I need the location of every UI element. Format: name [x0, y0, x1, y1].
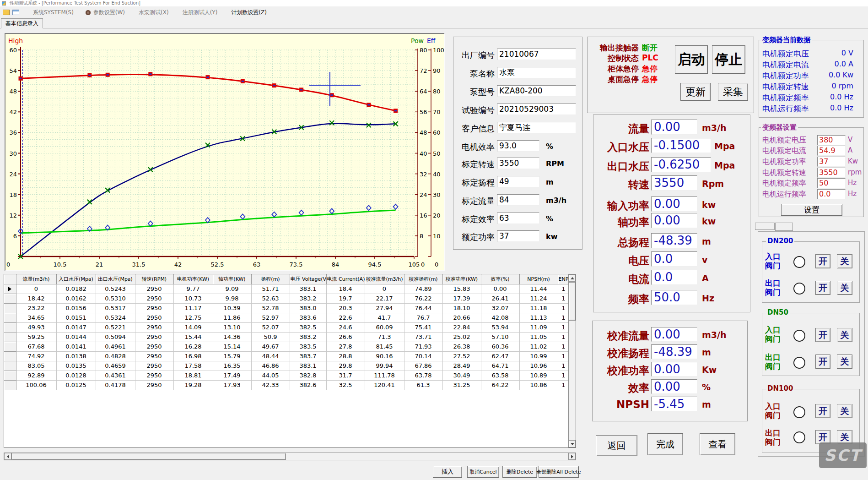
- table-cell[interactable]: 34.65: [16, 313, 56, 322]
- table-cell[interactable]: 76.22: [404, 294, 442, 303]
- scroll-right-button[interactable]: [568, 453, 576, 460]
- field-input-4[interactable]: 20210529003: [497, 104, 576, 115]
- table-cell[interactable]: 28.49: [442, 361, 481, 371]
- menu-item-2[interactable]: 参数设置(W): [93, 9, 125, 16]
- update-button[interactable]: 更新: [680, 83, 711, 101]
- table-cell[interactable]: 383.1: [290, 361, 326, 371]
- vfd-set-button[interactable]: 设置: [781, 204, 842, 216]
- row-selector[interactable]: [4, 342, 16, 351]
- vertical-scrollbar[interactable]: [568, 274, 576, 447]
- delete-button[interactable]: 删除Delete: [502, 466, 537, 478]
- table-cell[interactable]: 383.2: [290, 294, 326, 303]
- table-cell[interactable]: 0.0138: [56, 351, 96, 361]
- row-selector[interactable]: [4, 332, 16, 342]
- performance-chart[interactable]: 6054484236302418126010.52131.54252.56373…: [5, 33, 445, 271]
- table-cell[interactable]: 2950: [135, 284, 173, 294]
- table-cell[interactable]: 120.41: [365, 380, 404, 390]
- table-cell[interactable]: 90.16: [365, 351, 404, 361]
- calib-value-5[interactable]: -5.45: [651, 397, 697, 411]
- table-cell[interactable]: 57.10: [481, 332, 519, 342]
- row-selector[interactable]: [4, 371, 16, 380]
- row-selector[interactable]: [4, 322, 16, 332]
- calib-value-1[interactable]: 0.00: [651, 327, 697, 342]
- table-cell[interactable]: 22.17: [365, 294, 404, 303]
- table-cell[interactable]: 1: [558, 313, 569, 322]
- valve-close-button[interactable]: 关: [837, 404, 852, 418]
- table-cell[interactable]: 0: [365, 284, 404, 294]
- insert-button[interactable]: 插入: [433, 466, 462, 478]
- table-cell[interactable]: 67.68: [16, 342, 56, 351]
- live-value-9[interactable]: 0.0: [651, 270, 697, 285]
- table-cell[interactable]: 52.07: [251, 322, 290, 332]
- table-cell[interactable]: 16.28: [173, 342, 213, 351]
- table-cell[interactable]: 11.44: [519, 284, 558, 294]
- table-cell[interactable]: 44.05: [251, 371, 290, 380]
- table-cell[interactable]: 22.84: [442, 322, 481, 332]
- vfd-set-input-2[interactable]: 54.9: [817, 146, 846, 156]
- table-cell[interactable]: 0.0135: [56, 361, 96, 371]
- field-input-9[interactable]: 84: [497, 194, 539, 206]
- table-cell[interactable]: 81.45: [365, 342, 404, 351]
- table-cell[interactable]: 15.83: [442, 284, 481, 294]
- table-cell[interactable]: 27.94: [365, 303, 404, 313]
- cancel-button[interactable]: 取消Cancel: [467, 466, 499, 478]
- table-cell[interactable]: 41.7: [365, 313, 404, 322]
- table-cell[interactable]: 11.24: [519, 294, 558, 303]
- table-cell[interactable]: 15.44: [173, 332, 213, 342]
- table-cell[interactable]: 92.89: [16, 371, 56, 380]
- table-cell[interactable]: 382.6: [290, 380, 326, 390]
- table-cell[interactable]: 46.86: [251, 361, 290, 371]
- live-value-10[interactable]: 50.0: [651, 290, 697, 305]
- table-cell[interactable]: 2950: [135, 380, 173, 390]
- table-cell[interactable]: 11.13: [519, 313, 558, 322]
- table-cell[interactable]: 0.5317: [96, 303, 135, 313]
- table-cell[interactable]: 2950: [135, 313, 173, 322]
- field-input-5[interactable]: 宁夏马连: [497, 122, 576, 133]
- table-cell[interactable]: 52.63: [251, 294, 290, 303]
- table-cell[interactable]: 2950: [135, 294, 173, 303]
- table-cell[interactable]: 28.8: [326, 351, 365, 361]
- vertical-scroll-thumb[interactable]: [569, 282, 576, 321]
- table-cell[interactable]: 71.3: [365, 332, 404, 342]
- table-cell[interactable]: 383.1: [290, 284, 326, 294]
- start-button[interactable]: 启动: [675, 45, 708, 74]
- table-cell[interactable]: 0.00: [481, 284, 519, 294]
- collect-button[interactable]: 采集: [718, 83, 748, 101]
- table-cell[interactable]: 11.09: [519, 322, 558, 332]
- table-cell[interactable]: 0.4961: [96, 342, 135, 351]
- table-cell[interactable]: 18.10: [442, 303, 481, 313]
- field-input-10[interactable]: 63: [497, 213, 539, 224]
- table-cell[interactable]: 25.02: [442, 332, 481, 342]
- table-cell[interactable]: 63.58: [481, 371, 519, 380]
- table-cell[interactable]: 1: [558, 303, 569, 313]
- table-cell[interactable]: 100.06: [16, 380, 56, 390]
- table-cell[interactable]: 51.71: [251, 284, 290, 294]
- table-cell[interactable]: 1: [558, 294, 569, 303]
- table-cell[interactable]: 53.94: [481, 322, 519, 332]
- table-cell[interactable]: 10.39: [213, 303, 251, 313]
- table-cell[interactable]: 17.49: [213, 371, 251, 380]
- table-cell[interactable]: 52.78: [251, 303, 290, 313]
- table-cell[interactable]: 10.89: [519, 371, 558, 380]
- table-cell[interactable]: 17.39: [442, 294, 481, 303]
- row-selector[interactable]: [4, 313, 16, 322]
- table-cell[interactable]: 0.0128: [56, 371, 96, 380]
- table-cell[interactable]: 61.3: [404, 380, 442, 390]
- stop-button[interactable]: 停止: [712, 45, 745, 74]
- table-cell[interactable]: 83.05: [16, 361, 56, 371]
- table-cell[interactable]: 29.8: [326, 361, 365, 371]
- vfd-set-input-3[interactable]: 37: [817, 157, 846, 167]
- table-cell[interactable]: 11.18: [519, 303, 558, 313]
- table-cell[interactable]: 1: [558, 380, 569, 390]
- table-cell[interactable]: 64.22: [481, 380, 519, 390]
- valve-close-button[interactable]: 关: [837, 281, 852, 295]
- live-value-5[interactable]: 0.00: [651, 196, 697, 212]
- table-cell[interactable]: 16.98: [173, 351, 213, 361]
- table-cell[interactable]: 17.93: [213, 380, 251, 390]
- horizontal-scroll-thumb[interactable]: [11, 453, 286, 460]
- table-cell[interactable]: 0.0141: [56, 342, 96, 351]
- vfd-set-input-1[interactable]: 380: [817, 135, 846, 145]
- table-cell[interactable]: 15.79: [213, 351, 251, 361]
- valve-close-button[interactable]: 关: [837, 355, 852, 369]
- table-cell[interactable]: 383.7: [290, 351, 326, 361]
